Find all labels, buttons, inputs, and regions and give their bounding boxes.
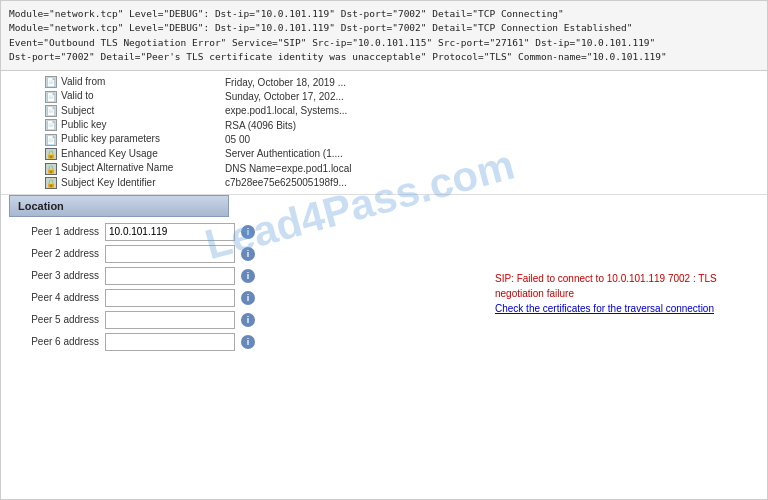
cert-row: 📄Subjectexpe.pod1.local, Systems... (41, 104, 561, 118)
cert-value: c7b28ee75e625005198f9... (221, 176, 561, 190)
lock-icon: 🔒 (45, 148, 57, 160)
cert-row: 📄Valid fromFriday, October 18, 2019 ... (41, 75, 561, 89)
cert-value: expe.pod1.local, Systems... (221, 104, 561, 118)
lock-icon: 🔒 (45, 177, 57, 189)
lock-icon: 🔒 (45, 163, 57, 175)
doc-icon: 📄 (45, 119, 57, 131)
cert-value: DNS Name=expe.pod1.local (221, 161, 561, 175)
doc-icon: 📄 (45, 91, 57, 103)
cert-label: 📄Public key parameters (41, 132, 221, 146)
peer-label: Peer 1 address (9, 226, 99, 237)
doc-icon: 📄 (45, 134, 57, 146)
cert-row: 📄Public key parameters05 00 (41, 132, 561, 146)
cert-value: Server Authentication (1.... (221, 147, 561, 161)
log-line-2: Module="network.tcp" Level="DEBUG": Dst-… (9, 21, 759, 35)
cert-value: Friday, October 18, 2019 ... (221, 75, 561, 89)
peer-row: Peer 6 addressi (9, 333, 759, 351)
peer-row: Peer 1 addressi (9, 223, 759, 241)
log-section: Module="network.tcp" Level="DEBUG": Dst-… (1, 1, 767, 71)
info-icon-4[interactable]: i (241, 291, 255, 305)
doc-icon: 📄 (45, 105, 57, 117)
info-icon-3[interactable]: i (241, 269, 255, 283)
cert-section: 📄Valid fromFriday, October 18, 2019 ...📄… (1, 71, 767, 195)
cert-table: 📄Valid fromFriday, October 18, 2019 ...📄… (41, 75, 561, 190)
peer-label: Peer 2 address (9, 248, 99, 259)
log-line-4: Dst-port="7002" Detail="Peer's TLS certi… (9, 50, 759, 64)
cert-value: RSA (4096 Bits) (221, 118, 561, 132)
location-header: Location (9, 195, 229, 217)
peer-label: Peer 3 address (9, 270, 99, 281)
peer-label: Peer 5 address (9, 314, 99, 325)
peer-input-2[interactable] (105, 245, 235, 263)
cert-row: 📄Valid toSunday, October 17, 202... (41, 89, 561, 103)
peer-row: Peer 2 addressi (9, 245, 759, 263)
peer-input-5[interactable] (105, 311, 235, 329)
error-main-text: SIP: Failed to connect to 10.0.101.119 7… (495, 273, 717, 299)
info-icon-6[interactable]: i (241, 335, 255, 349)
error-link[interactable]: Check the certificates for the traversal… (495, 301, 755, 316)
info-icon-1[interactable]: i (241, 225, 255, 239)
cert-value: Sunday, October 17, 202... (221, 89, 561, 103)
doc-icon: 📄 (45, 76, 57, 88)
cert-row: 🔒Subject Alternative NameDNS Name=expe.p… (41, 161, 561, 175)
log-line-1: Module="network.tcp" Level="DEBUG": Dst-… (9, 7, 759, 21)
cert-label: 📄Valid from (41, 75, 221, 89)
peer-input-6[interactable] (105, 333, 235, 351)
cert-row: 🔒Enhanced Key UsageServer Authentication… (41, 147, 561, 161)
peer-label: Peer 6 address (9, 336, 99, 347)
peer-input-1[interactable] (105, 223, 235, 241)
cert-label: 🔒Subject Alternative Name (41, 161, 221, 175)
cert-label: 📄Public key (41, 118, 221, 132)
cert-label: 🔒Subject Key Identifier (41, 176, 221, 190)
cert-row: 📄Public keyRSA (4096 Bits) (41, 118, 561, 132)
info-icon-5[interactable]: i (241, 313, 255, 327)
log-line-3: Event="Outbound TLS Negotiation Error" S… (9, 36, 759, 50)
cert-label: 📄Valid to (41, 89, 221, 103)
peer-input-3[interactable] (105, 267, 235, 285)
main-container: Module="network.tcp" Level="DEBUG": Dst-… (0, 0, 768, 500)
cert-label: 📄Subject (41, 104, 221, 118)
cert-value: 05 00 (221, 132, 561, 146)
cert-row: 🔒Subject Key Identifierc7b28ee75e6250051… (41, 176, 561, 190)
peer-label: Peer 4 address (9, 292, 99, 303)
info-icon-2[interactable]: i (241, 247, 255, 261)
peer-input-4[interactable] (105, 289, 235, 307)
error-section: SIP: Failed to connect to 10.0.101.119 7… (495, 271, 755, 316)
cert-label: 🔒Enhanced Key Usage (41, 147, 221, 161)
